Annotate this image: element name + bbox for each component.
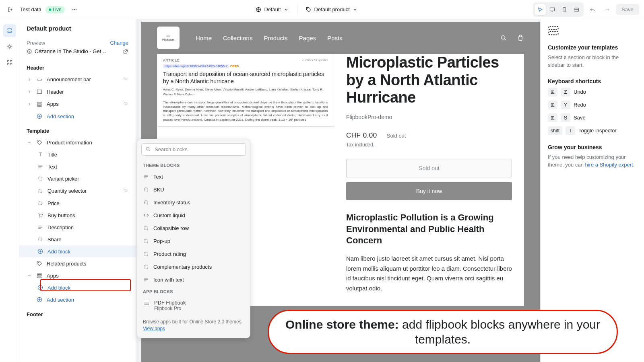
sidebar: Default product Preview Change Cézanne I… — [19, 19, 136, 362]
block-option-collapsible-row[interactable]: Collapsible row — [137, 222, 250, 234]
hidden-icon — [123, 76, 128, 82]
topbar: Test data Live Default Default product S… — [0, 0, 644, 19]
add-section-template[interactable]: Add section — [19, 294, 136, 306]
chevron-right-icon — [27, 77, 32, 82]
rail-apps-button[interactable] — [3, 56, 16, 69]
sidebar-item-apps[interactable]: Apps — [19, 269, 136, 282]
product-subheading: Microplastic Pollution is a Growing Envi… — [346, 212, 512, 247]
block-option-sku[interactable]: SKU — [137, 183, 250, 196]
variant-icon — [143, 225, 149, 231]
add-section-header[interactable]: Add section — [19, 110, 136, 122]
chevron-right-icon — [27, 89, 32, 95]
sidebar-item-related-products[interactable]: Related products — [19, 257, 136, 269]
inspector-toggle[interactable] — [535, 4, 546, 15]
flipbook-app-icon: 📖 — [143, 300, 150, 307]
plus-circle-icon — [37, 248, 43, 255]
block-option-custom-liquid[interactable]: Custom liquid — [137, 209, 250, 222]
block-option-complementary-products[interactable]: Complementary products — [137, 260, 250, 273]
sidebar-block-buy-buttons[interactable]: Buy buttons — [19, 209, 136, 221]
rpanel-heading-customize: Customize your templates — [548, 44, 637, 51]
sidebar-item-header[interactable]: Header — [19, 86, 136, 98]
test-data-label: Test data — [20, 6, 41, 12]
sidebar-block-price[interactable]: Price — [19, 197, 136, 209]
block-option-icon-with-text[interactable]: Icon with text — [137, 273, 250, 286]
sidebar-item-apps-header[interactable]: Apps — [19, 98, 136, 110]
sidebar-title: Default product — [27, 25, 128, 32]
product-title: Microplastic Particles by a North Atlant… — [346, 54, 512, 107]
chevron-down-icon — [27, 273, 32, 278]
sidebar-block-quantity-selector[interactable]: Quantity selector — [19, 185, 136, 197]
stack-icon — [36, 272, 43, 279]
desktop-preview-button[interactable] — [547, 4, 558, 15]
shortcut-save: ⊞SSave — [548, 113, 637, 122]
preview-change-link[interactable]: Change — [110, 40, 128, 46]
shortcut-toggle-inspector: shiftIToggle inspector — [548, 126, 637, 135]
store-cart-icon[interactable] — [517, 34, 524, 41]
text-icon — [143, 173, 149, 180]
block-picker-popup: THEME BLOCKS TextSKUInventory statusCust… — [137, 139, 250, 338]
redo-button[interactable] — [601, 4, 613, 15]
variant-icon — [143, 238, 149, 244]
template-group-label: Template — [19, 122, 136, 136]
product-vendor: FlipbookPro-demo — [346, 114, 512, 120]
soldout-button[interactable]: Sold out — [346, 159, 512, 177]
sidebar-block-title[interactable]: Title — [19, 148, 136, 160]
footer-group-label: Footer — [19, 306, 136, 320]
tag-icon — [36, 139, 43, 146]
view-apps-link[interactable]: View apps — [143, 326, 165, 331]
save-button[interactable]: Save — [616, 4, 639, 15]
popup-footer: Browse apps built for Online Store 2.0 t… — [137, 315, 250, 338]
block-option-product-rating[interactable]: Product rating — [137, 247, 250, 260]
template-dropdown[interactable]: Default product — [302, 5, 361, 14]
store-logo[interactable]: 📖Flipbook — [157, 27, 180, 49]
product-info-column: Microplastic Particles by a North Atlant… — [334, 54, 524, 306]
store-search-icon[interactable] — [500, 34, 507, 41]
more-menu-button[interactable] — [69, 4, 80, 15]
rail-settings-button[interactable] — [3, 40, 16, 53]
preview-item[interactable]: Cézanne In The Studio - Get… — [19, 47, 136, 59]
preview-label: Preview — [27, 40, 45, 46]
buy-now-button[interactable]: Buy it now — [346, 182, 512, 200]
rail-sections-button[interactable] — [3, 24, 16, 37]
store-nav-posts[interactable]: Posts — [327, 35, 343, 41]
exit-editor-button[interactable] — [5, 4, 16, 15]
fullwidth-preview-button[interactable] — [571, 4, 582, 15]
sidebar-block-variant-picker[interactable]: Variant picker — [19, 173, 136, 185]
cart-icon — [37, 212, 43, 218]
sidebar-block-share[interactable]: Share — [19, 233, 136, 245]
text-icon — [37, 163, 43, 170]
section-large-icon — [548, 25, 637, 39]
plus-circle-icon — [36, 113, 43, 119]
block-option-pop-up[interactable]: Pop-up — [137, 234, 250, 247]
store-nav-home[interactable]: Home — [196, 35, 212, 41]
locale-dropdown[interactable]: Default — [252, 5, 292, 14]
sidebar-block-description[interactable]: Description — [19, 221, 136, 233]
divider — [297, 6, 297, 14]
tag-icon — [36, 260, 43, 267]
rpanel-heading-shortcuts: Keyboard shortcuts — [548, 78, 637, 84]
shortcut-redo: ⊞YRedo — [548, 101, 637, 109]
block-option-text[interactable]: Text — [137, 170, 250, 183]
add-block-apps[interactable]: Add block — [19, 282, 136, 294]
search-blocks-input[interactable] — [141, 143, 246, 156]
annotation-callout: Online store theme: add flipbook blocks … — [268, 310, 618, 354]
add-block-product-info[interactable]: Add block — [19, 245, 136, 257]
external-link-icon — [123, 49, 128, 54]
variant-icon — [143, 199, 149, 206]
shortcut-undo: ⊞ZUndo — [548, 88, 637, 97]
hire-expert-link[interactable]: hire a Shopify expert — [585, 162, 633, 168]
store-nav-products[interactable]: Products — [264, 35, 287, 41]
undo-button[interactable] — [587, 4, 598, 15]
sidebar-block-text[interactable]: Text — [19, 160, 136, 173]
app-block-pdf-flipbook[interactable]: 📖 PDF Flipbook Flipbook Pro — [137, 296, 250, 315]
sidebar-item-announcement-bar[interactable]: Announcement bar — [19, 73, 136, 86]
sidebar-item-product-information[interactable]: Product information — [19, 136, 136, 148]
mobile-preview-button[interactable] — [559, 4, 570, 15]
product-description: Nam libero justo laoreet sit amet cursus… — [346, 254, 512, 294]
title-icon — [37, 151, 43, 158]
store-nav-collections[interactable]: Collections — [223, 35, 252, 41]
block-option-inventory-status[interactable]: Inventory status — [137, 196, 250, 209]
variant-icon — [143, 251, 149, 257]
store-nav-pages[interactable]: Pages — [299, 35, 316, 41]
variant-icon — [37, 188, 43, 194]
